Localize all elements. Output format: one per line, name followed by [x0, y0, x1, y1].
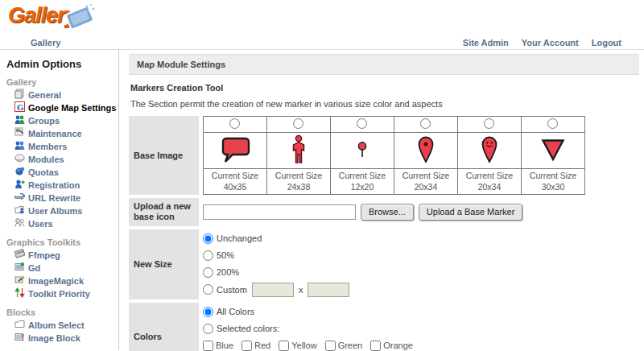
- sidebar-section-gallery: Gallery: [6, 77, 118, 87]
- gd-image-icon: [14, 262, 25, 274]
- sidebar-item-label: Ffmpeg: [28, 250, 60, 260]
- breadcrumb[interactable]: Gallery: [31, 38, 60, 47]
- sidebar-item-imagemagick[interactable]: ImageMagick: [6, 275, 118, 287]
- colors-row: Colors All Colors Selected colors: Blue …: [129, 303, 639, 351]
- user-links: Site Admin Your Account Logout: [463, 38, 636, 47]
- users-icon: [14, 217, 25, 229]
- marker-size-caption: Current Size20x34: [458, 169, 522, 195]
- base-image-radio-person[interactable]: [293, 118, 303, 129]
- pages-icon: [14, 89, 25, 101]
- sidebar-item-label: Maintenance: [28, 129, 82, 138]
- logout-link[interactable]: Logout: [592, 38, 621, 47]
- your-account-link[interactable]: Your Account: [522, 38, 579, 47]
- sidebar-item-toolkit-priority[interactable]: Toolkit Priority: [6, 287, 118, 300]
- color-orange-checkbox[interactable]: [370, 341, 381, 351]
- size-50-radio[interactable]: [203, 250, 213, 261]
- sidebar-item-google-map-settings[interactable]: G Google Map Settings: [6, 101, 118, 114]
- image-block-icon: !: [14, 332, 25, 344]
- marker-size-caption: Current Size20x34: [394, 169, 458, 195]
- new-size-row: New Size Unchanged 50% 200% Custom: [129, 229, 639, 299]
- size-50-label: 50%: [217, 250, 234, 260]
- base-image-label: Base Image: [129, 116, 199, 195]
- sidebar-item-members[interactable]: Members: [6, 140, 118, 153]
- sidebar-item-label: Image Block: [28, 333, 80, 343]
- sidebar-item-label: ImageMagick: [28, 276, 84, 286]
- sidebar-item-modules[interactable]: Modules: [6, 153, 118, 166]
- marker-map-pin-icon: [394, 133, 458, 169]
- app-logo-bar: Gallery: [0, 0, 644, 34]
- upload-file-input[interactable]: [203, 204, 356, 220]
- site-admin-link[interactable]: Site Admin: [463, 38, 509, 47]
- color-red-checkbox[interactable]: [242, 341, 252, 351]
- maintenance-icon: [14, 127, 25, 139]
- custom-width-input[interactable]: [252, 283, 294, 297]
- sidebar-item-label: Registration: [28, 180, 80, 190]
- sidebar-item-label: Users: [28, 219, 53, 229]
- selected-colors-label: Selected colors:: [217, 324, 279, 333]
- color-yellow-checkbox[interactable]: [279, 341, 289, 351]
- base-image-radio-small-pin[interactable]: [357, 118, 367, 129]
- sidebar-item-label: General: [28, 90, 61, 100]
- sidebar-item-image-block[interactable]: ! Image Block: [6, 332, 118, 345]
- sidebar-item-users[interactable]: Users: [6, 217, 118, 230]
- size-unchanged-radio[interactable]: [203, 233, 213, 244]
- sidebar-item-groups[interactable]: Groups: [6, 114, 118, 127]
- size-custom-label: Custom: [217, 285, 247, 295]
- marker-map-pin-smiley-icon: [458, 133, 522, 169]
- color-red-label: Red: [254, 341, 270, 350]
- page-title: Map Module Settings: [129, 54, 639, 75]
- browse-button[interactable]: Browse...: [361, 204, 414, 221]
- sidebar-item-general[interactable]: General: [6, 89, 118, 101]
- sidebar-item-quotas[interactable]: Quotas: [6, 166, 118, 179]
- quotas-icon: [14, 166, 25, 178]
- base-image-radio-map-pin-smiley[interactable]: [484, 118, 494, 129]
- base-image-radio-speech-bubble[interactable]: [229, 118, 240, 129]
- svg-text:http: http: [14, 195, 24, 200]
- upload-base-marker-button[interactable]: Upload a Base Marker: [419, 204, 522, 221]
- color-blue-label: Blue: [216, 341, 233, 350]
- color-green-label: Green: [338, 341, 363, 350]
- sidebar-item-ffmpeg[interactable]: Ffmpeg: [6, 249, 118, 262]
- sidebar-item-user-albums[interactable]: User Albums: [6, 204, 118, 217]
- wand-icon: [14, 275, 25, 287]
- color-green-checkbox[interactable]: [325, 341, 336, 351]
- sidebar-title: Admin Options: [6, 58, 118, 70]
- color-blue-checkbox[interactable]: [203, 341, 213, 351]
- modules-icon: [14, 153, 25, 165]
- colors-label: Colors: [129, 303, 199, 351]
- color-orange-label: Orange: [383, 341, 413, 350]
- size-custom-radio[interactable]: [203, 284, 213, 295]
- sidebar-item-album-select[interactable]: Album Select: [6, 319, 118, 332]
- custom-height-input[interactable]: [308, 283, 349, 297]
- all-colors-label: All Colors: [217, 307, 254, 316]
- folder-icon: [14, 319, 25, 331]
- color-yellow-label: Yellow: [291, 341, 316, 350]
- size-200-radio[interactable]: [203, 267, 213, 278]
- svg-text:!: !: [22, 333, 24, 342]
- sidebar-item-label: Groups: [28, 116, 60, 126]
- size-200-label: 200%: [217, 267, 239, 277]
- all-colors-radio[interactable]: [203, 307, 213, 317]
- new-size-label: New Size: [129, 229, 199, 299]
- selected-colors-radio[interactable]: [203, 324, 213, 334]
- upload-row: Upload a new base icon Browse... Upload …: [129, 198, 639, 225]
- user-albums-icon: [14, 204, 25, 217]
- sidebar-item-label: Gd: [28, 263, 40, 273]
- sidebar-item-label: Modules: [28, 155, 64, 164]
- sidebar-item-url-rewrite[interactable]: http URL Rewrite: [6, 192, 118, 204]
- main-content: Map Module Settings Markers Creation Too…: [119, 50, 644, 350]
- sidebar-item-label: Album Select: [28, 320, 85, 330]
- sidebar-section-graphics-toolkits: Graphics Toolkits: [6, 237, 118, 247]
- marker-person-icon: [267, 133, 331, 169]
- size-unchanged-label: Unchanged: [217, 233, 262, 243]
- sidebar-item-gd[interactable]: Gd: [6, 262, 118, 275]
- base-image-radio-triangle[interactable]: [547, 118, 558, 129]
- sidebar-item-label: URL Rewrite: [28, 193, 80, 203]
- sidebar-item-registration[interactable]: Registration: [6, 179, 118, 192]
- marker-size-caption: Current Size24x38: [267, 169, 331, 195]
- section-title: Markers Creation Tool: [130, 83, 639, 93]
- url-rewrite-icon: http: [14, 192, 25, 204]
- sidebar-item-maintenance[interactable]: Maintenance: [6, 127, 118, 140]
- base-image-radio-map-pin[interactable]: [420, 118, 431, 129]
- marker-speech-bubble-icon: [204, 133, 267, 169]
